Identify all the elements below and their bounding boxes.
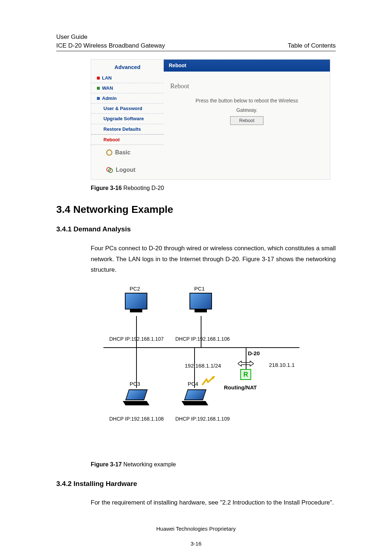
network-diagram: PC2 PC1 DHCP IP:192.168.1.107 DHCP IP:19… bbox=[103, 285, 299, 459]
ui-desc-line2: Gateway. bbox=[170, 107, 323, 114]
connector-line bbox=[194, 347, 195, 388]
page-header: User Guide ICE D-20 Wireless Broadband G… bbox=[56, 33, 336, 51]
ui-desc-line1: Press the button below to reboot the Wir… bbox=[170, 97, 323, 105]
pc2-label: PC2 bbox=[130, 285, 140, 292]
connector-line bbox=[136, 347, 137, 388]
sidebar-item-restore[interactable]: Restore Defaults bbox=[91, 124, 164, 134]
ui-main-panel: Reboot Reboot Press the button below to … bbox=[164, 60, 330, 179]
reboot-button[interactable]: Reboot bbox=[230, 116, 264, 125]
gateway-ip: 192.168.1.1/24 bbox=[185, 362, 221, 369]
wan-ip: 218.10.1.1 bbox=[269, 361, 295, 369]
page-number: 3-16 bbox=[56, 540, 336, 547]
guide-label: User Guide bbox=[56, 33, 165, 41]
bus-line bbox=[103, 347, 299, 348]
lightning-icon bbox=[201, 376, 215, 386]
sidebar-item-admin[interactable]: Admin bbox=[91, 93, 164, 104]
pc2-ip: DHCP IP:192.168.1.107 bbox=[109, 336, 164, 343]
router-icon: R bbox=[240, 369, 251, 380]
pc3-label: PC3 bbox=[130, 380, 140, 388]
ui-body: Reboot Press the button below to reboot … bbox=[164, 72, 330, 139]
routing-nat-label: Routing/NAT bbox=[224, 384, 257, 391]
pc1-label: PC1 bbox=[194, 285, 205, 292]
sidebar-item-upgrade[interactable]: Upgrade Software bbox=[91, 114, 164, 124]
sidebar-logout-link[interactable]: Logout bbox=[91, 159, 164, 179]
square-icon bbox=[97, 97, 100, 100]
square-icon bbox=[97, 77, 100, 80]
sidebar-basic-link[interactable]: Basic bbox=[91, 145, 164, 159]
logout-icon bbox=[106, 167, 113, 173]
section-3-4-2-heading: 3.4.2 Installing Hardware bbox=[56, 479, 336, 489]
pc1-icon bbox=[188, 293, 214, 309]
connector-line bbox=[246, 347, 246, 369]
figure-3-17-caption: Figure 3-17 Networking example bbox=[91, 461, 336, 469]
d20-label: D-20 bbox=[248, 349, 260, 357]
reboot-screenshot: Advanced LAN WAN Admin User & Password U… bbox=[91, 59, 330, 180]
pc4-ip: DHCP IP:192.168.1.109 bbox=[175, 416, 230, 423]
square-icon bbox=[97, 87, 100, 90]
ui-sidebar: Advanced LAN WAN Admin User & Password U… bbox=[91, 60, 164, 179]
ui-heading: Reboot bbox=[170, 82, 323, 91]
sidebar-item-wan[interactable]: WAN bbox=[91, 83, 164, 93]
ui-title-bar: Reboot bbox=[164, 60, 330, 72]
pc3-icon bbox=[123, 389, 149, 405]
figure-3-16-caption: Figure 3-16 Rebooting D-20 bbox=[91, 184, 336, 192]
section-3-4-1-heading: 3.4.1 Demand Analysis bbox=[56, 224, 336, 234]
sidebar-item-reboot[interactable]: Reboot bbox=[91, 134, 164, 145]
pc4-label: PC4 bbox=[188, 380, 198, 388]
pc3-ip: DHCP IP:192.168.1.108 bbox=[109, 416, 164, 423]
section-3-4-heading: 3.4 Networking Example bbox=[56, 202, 336, 216]
sidebar-title: Advanced bbox=[91, 60, 164, 73]
pc2-icon bbox=[123, 293, 149, 309]
sidebar-item-lan[interactable]: LAN bbox=[91, 73, 164, 83]
gear-icon bbox=[106, 150, 112, 155]
installing-hardware-text: For the requirement of installing hardwa… bbox=[91, 497, 336, 508]
device-label: ICE D-20 Wireless Broadband Gateway bbox=[56, 41, 165, 50]
demand-analysis-text: Four PCs connect to D-20 through wired o… bbox=[91, 243, 336, 275]
header-left: User Guide ICE D-20 Wireless Broadband G… bbox=[56, 33, 165, 50]
toc-label: Table of Contents bbox=[288, 41, 336, 50]
sidebar-item-userpw[interactable]: User & Password bbox=[91, 104, 164, 114]
pc4-icon bbox=[182, 389, 208, 405]
footer-text: Huawei Technologies Proprietary bbox=[56, 525, 336, 532]
pc1-ip: DHCP IP:192.168.1.106 bbox=[175, 336, 230, 343]
